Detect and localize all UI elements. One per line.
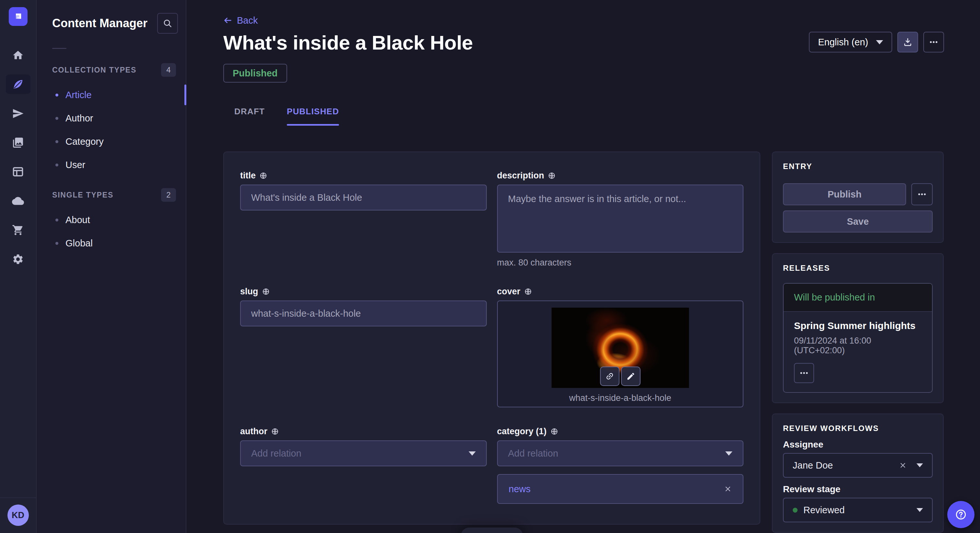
field-label: slug <box>240 287 258 297</box>
marketplace-cart-icon[interactable] <box>6 220 30 240</box>
sidebar-item-user[interactable]: User <box>37 153 186 176</box>
globe-icon <box>262 288 270 295</box>
globe-icon <box>259 172 267 179</box>
stage-value: Reviewed <box>803 505 845 516</box>
slug-input[interactable]: what-s-inside-a-black-hole <box>240 300 487 327</box>
home-icon[interactable] <box>6 45 30 65</box>
clear-assignee-icon[interactable] <box>899 462 907 469</box>
field-label: category (1) <box>497 427 547 436</box>
single-types-list: About Global <box>37 208 186 255</box>
chevron-down-icon <box>916 508 923 512</box>
cover-actions <box>600 366 640 386</box>
back-link[interactable]: Back <box>223 15 258 26</box>
content-manager-app: KD Content Manager COLLECTION TYPES 4 Ar… <box>0 0 980 533</box>
download-button[interactable] <box>897 32 918 52</box>
tab-underline <box>234 124 265 125</box>
edit-cover-button[interactable] <box>621 366 640 386</box>
sidebar-item-about[interactable]: About <box>37 208 186 232</box>
bullet-icon <box>56 117 58 120</box>
field-cover: cover <box>497 286 744 408</box>
collection-types-list: Article Author Category User <box>37 83 186 176</box>
save-button[interactable]: Save <box>783 211 933 233</box>
search-button[interactable] <box>157 13 178 34</box>
content-type-builder-icon[interactable] <box>6 162 30 181</box>
assignee-value: Jane Doe <box>793 460 833 471</box>
cloud-icon[interactable] <box>6 191 30 211</box>
entry-form-panel: title What's inside a Black Hole descrip… <box>223 152 760 525</box>
tab-published[interactable]: PUBLISHED <box>276 106 350 125</box>
version-tabs: DRAFT PUBLISHED <box>223 106 980 125</box>
section-label: COLLECTION TYPES <box>52 66 137 75</box>
send-icon[interactable] <box>6 104 30 123</box>
relation-item-news: news <box>497 474 744 504</box>
field-label: title <box>240 171 256 181</box>
collection-types-count: 4 <box>161 63 176 77</box>
copy-link-button[interactable] <box>600 366 619 386</box>
cover-field: what-s-inside-a-black-hole <box>497 300 744 408</box>
bottom-toolbar-pill[interactable] <box>461 528 523 533</box>
description-textarea[interactable]: Maybe the answer is in this article, or … <box>497 185 744 252</box>
ellipsis-icon <box>929 37 939 47</box>
globe-icon <box>548 172 555 179</box>
locale-select[interactable]: English (en) <box>809 32 892 52</box>
media-library-icon[interactable] <box>6 133 30 152</box>
stage-status-dot <box>793 508 797 512</box>
side-column: ENTRY Publish Save RELEASES Wil <box>772 152 944 533</box>
icon-rail: KD <box>0 0 37 533</box>
link-icon <box>603 370 616 383</box>
field-slug: slug what-s-inside-a-black-hole <box>240 286 487 408</box>
user-avatar[interactable]: KD <box>8 504 29 526</box>
sidebar-item-category[interactable]: Category <box>37 130 186 153</box>
strapi-logo[interactable] <box>9 7 27 26</box>
download-icon <box>903 37 913 47</box>
assignee-combobox[interactable]: Jane Doe <box>783 453 933 477</box>
bullet-icon <box>56 219 58 222</box>
chevron-down-icon <box>876 40 883 44</box>
chevron-down-icon <box>725 451 732 455</box>
releases-heading: RELEASES <box>783 263 933 273</box>
tab-draft[interactable]: DRAFT <box>223 106 276 125</box>
sidebar-item-global[interactable]: Global <box>37 232 186 255</box>
single-types-section: SINGLE TYPES 2 About Global <box>37 188 186 255</box>
title-input[interactable]: What's inside a Black Hole <box>240 185 487 211</box>
ellipsis-icon <box>799 368 809 378</box>
chevron-down-icon <box>469 451 476 455</box>
collection-types-header: COLLECTION TYPES 4 <box>37 63 186 77</box>
entry-heading: ENTRY <box>783 162 933 171</box>
subnav-divider <box>52 48 67 49</box>
category-relation-select[interactable]: Add relation <box>497 440 744 466</box>
single-types-header: SINGLE TYPES 2 <box>37 188 186 202</box>
assignee-label: Assignee <box>783 439 933 450</box>
review-stage-label: Review stage <box>783 484 933 495</box>
relation-link[interactable]: news <box>509 484 531 495</box>
strapi-logo-mark <box>13 11 24 22</box>
globe-icon <box>524 288 532 295</box>
collection-types-section: COLLECTION TYPES 4 Article Author Catego… <box>37 63 186 176</box>
question-circle-icon <box>955 508 967 521</box>
settings-gear-icon[interactable] <box>6 249 30 269</box>
sidebar-item-article[interactable]: Article <box>37 83 186 106</box>
field-description: description Maybe the answer is in this … <box>497 170 744 268</box>
release-name: Spring Summer highlights <box>794 320 922 331</box>
main-content: English (en) Back What's inside a Black … <box>186 0 980 533</box>
field-category: category (1) Add relation news <box>497 425 744 504</box>
globe-icon <box>271 428 279 435</box>
author-relation-select[interactable]: Add relation <box>240 440 487 466</box>
entry-panel: ENTRY Publish Save <box>772 152 944 243</box>
review-stage-select[interactable]: Reviewed <box>783 498 933 522</box>
entry-more-button[interactable] <box>911 183 933 205</box>
releases-panel: RELEASES Will be published in Spring Sum… <box>772 253 944 403</box>
content-manager-subnav: Content Manager COLLECTION TYPES 4 Artic… <box>37 0 186 533</box>
help-button[interactable] <box>947 501 975 528</box>
bullet-icon <box>56 242 58 245</box>
header-toolbar: English (en) <box>809 32 944 52</box>
sidebar-item-author[interactable]: Author <box>37 106 186 130</box>
remove-relation-icon[interactable] <box>724 485 732 493</box>
publish-button[interactable]: Publish <box>783 183 906 205</box>
more-options-button[interactable] <box>923 32 944 52</box>
status-badge: Published <box>223 64 287 82</box>
release-more-button[interactable] <box>794 363 814 383</box>
ellipsis-icon <box>917 189 927 199</box>
locale-value: English (en) <box>818 37 868 48</box>
content-manager-feather-icon[interactable] <box>6 75 30 94</box>
